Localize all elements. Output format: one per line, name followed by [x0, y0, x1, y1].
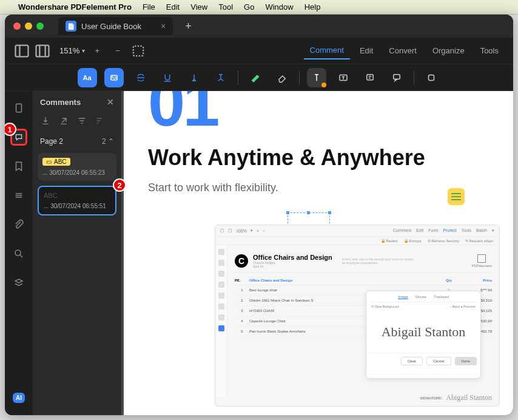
- page-count: 2: [102, 137, 106, 146]
- tab-tools[interactable]: Tools: [474, 42, 505, 59]
- comment-item-1[interactable]: ▭ ABC ... 30/07/2024 06:55:23: [38, 153, 116, 181]
- text-replace-tool[interactable]: [211, 68, 230, 87]
- tab-edit[interactable]: Edit: [354, 42, 379, 59]
- signature-popup: ImageMouseTrackpad ☑ Clear Background○ B…: [366, 291, 481, 379]
- ai-button[interactable]: AI: [13, 393, 25, 403]
- maximize-window-button[interactable]: [36, 22, 44, 30]
- embedded-screenshot: ▢▢100%▾+− CommentEditFormProtectToolsBat…: [215, 225, 500, 407]
- strikethrough-tool[interactable]: [131, 68, 150, 87]
- area-highlight-tool[interactable]: Aa: [104, 68, 124, 87]
- document-icon: 📄: [66, 21, 76, 32]
- underline-tool[interactable]: [158, 68, 177, 87]
- zoom-in-button[interactable]: +: [89, 42, 106, 59]
- sidebar-left-icon[interactable]: [13, 42, 30, 59]
- note-tool[interactable]: [360, 68, 380, 87]
- menu-file[interactable]: File: [143, 2, 155, 12]
- menu-edit[interactable]: Edit: [166, 2, 180, 12]
- svg-rect-2: [36, 45, 49, 56]
- tab-organize[interactable]: Organize: [426, 42, 471, 59]
- svg-rect-5: [133, 46, 143, 55]
- menu-view[interactable]: View: [190, 2, 207, 12]
- menu-tool[interactable]: Tool: [218, 2, 233, 12]
- titlebar: 📄 User Guide Book × +: [5, 15, 513, 38]
- fit-page-icon[interactable]: [130, 42, 147, 59]
- sort-icon[interactable]: [95, 115, 106, 126]
- svg-rect-11: [16, 104, 22, 112]
- document-canvas[interactable]: 01 Work Anytime & Anywhere Start to work…: [121, 91, 513, 415]
- sticky-note-icon[interactable]: [448, 188, 465, 205]
- app-name[interactable]: Wondershare PDFelement Pro: [18, 2, 132, 12]
- svg-point-12: [15, 250, 21, 256]
- sidebar-both-icon[interactable]: [34, 42, 51, 59]
- export-comments-icon[interactable]: [58, 115, 69, 126]
- eraser-tool[interactable]: [272, 68, 292, 87]
- page-label: Page 2: [40, 137, 63, 146]
- typewriter-tool[interactable]: [307, 68, 326, 87]
- close-window-button[interactable]: [13, 22, 21, 30]
- highlighter-tool[interactable]: [246, 68, 265, 87]
- callout-badge-2: 2: [113, 178, 126, 192]
- page-big-number: 01: [148, 91, 489, 126]
- resize-handle[interactable]: [306, 211, 311, 215]
- shape-tool[interactable]: [422, 68, 441, 87]
- zoom-out-button[interactable]: −: [109, 42, 126, 59]
- comment-item-2[interactable]: ABC ... 30/07/2024 06:55:51: [38, 186, 116, 215]
- menu-go[interactable]: Go: [244, 2, 254, 12]
- bookmarks-icon[interactable]: [10, 158, 27, 175]
- resize-handle[interactable]: [328, 211, 332, 215]
- caret-tool[interactable]: [184, 68, 204, 87]
- attachments-icon[interactable]: [10, 216, 27, 233]
- app-window: 📄 User Guide Book × + 151% ▾ + − Comment…: [5, 15, 513, 415]
- svg-rect-9: [393, 74, 400, 79]
- zoom-chevron-icon[interactable]: ▾: [82, 47, 85, 54]
- layers-icon[interactable]: [10, 187, 27, 204]
- page-heading: Work Anytime & Anywhere: [148, 145, 489, 171]
- svg-rect-8: [366, 74, 373, 80]
- minimize-window-button[interactable]: [25, 22, 32, 30]
- page-subheading: Start to work with flexibility.: [148, 181, 489, 194]
- chevron-up-icon: ⌃: [108, 137, 114, 146]
- document-tab[interactable]: 📄 User Guide Book ×: [58, 17, 173, 35]
- tab-title: User Guide Book: [81, 22, 141, 31]
- menu-window[interactable]: Window: [265, 2, 293, 12]
- comments-panel: Comments ✕ Page 2 2 ⌃ ▭ ABC ... 30/07/20…: [33, 91, 121, 415]
- resize-handle[interactable]: [286, 211, 290, 215]
- highlight-text-tool[interactable]: Aa: [78, 68, 97, 87]
- comment-text: ABC: [44, 192, 110, 199]
- new-tab-button[interactable]: +: [185, 20, 192, 33]
- search-icon[interactable]: [10, 245, 27, 262]
- svg-rect-0: [16, 45, 29, 56]
- filter-icon[interactable]: [76, 115, 87, 126]
- comment-timestamp: ... 30/07/2024 06:55:51: [44, 203, 110, 209]
- mac-menubar: Wondershare PDFelement Pro File Edit Vie…: [0, 0, 518, 15]
- left-rail: 1 AI: [5, 91, 33, 415]
- import-comments-icon[interactable]: [40, 115, 51, 126]
- thumbnails-icon[interactable]: [10, 100, 27, 117]
- main-area: 1 AI Comments ✕ Page 2 2: [5, 91, 513, 415]
- comment-timestamp: ... 30/07/2024 06:55:23: [42, 169, 112, 176]
- tab-convert[interactable]: Convert: [383, 42, 423, 59]
- zoom-value: 151%: [59, 46, 79, 55]
- zoom-control[interactable]: 151% ▾: [59, 46, 85, 55]
- window-controls: [13, 22, 44, 30]
- menu-help[interactable]: Help: [304, 2, 321, 12]
- main-toolbar: 151% ▾ + − Comment Edit Convert Organize…: [5, 38, 513, 64]
- close-tab-button[interactable]: ×: [161, 21, 166, 31]
- annotation-toolbar: Aa Aa: [5, 64, 513, 91]
- svg-rect-10: [428, 75, 434, 80]
- textbox-tool[interactable]: [334, 68, 353, 87]
- tab-comment[interactable]: Comment: [304, 42, 350, 59]
- callout-tool[interactable]: [387, 68, 406, 87]
- page-section-header[interactable]: Page 2 2 ⌃: [33, 132, 121, 151]
- pages-icon[interactable]: [10, 274, 27, 291]
- close-panel-button[interactable]: ✕: [107, 97, 114, 107]
- panel-title: Comments: [40, 98, 81, 107]
- pdf-page: 01 Work Anytime & Anywhere Start to work…: [124, 91, 513, 415]
- highlight-chip: ▭ ABC: [42, 158, 70, 166]
